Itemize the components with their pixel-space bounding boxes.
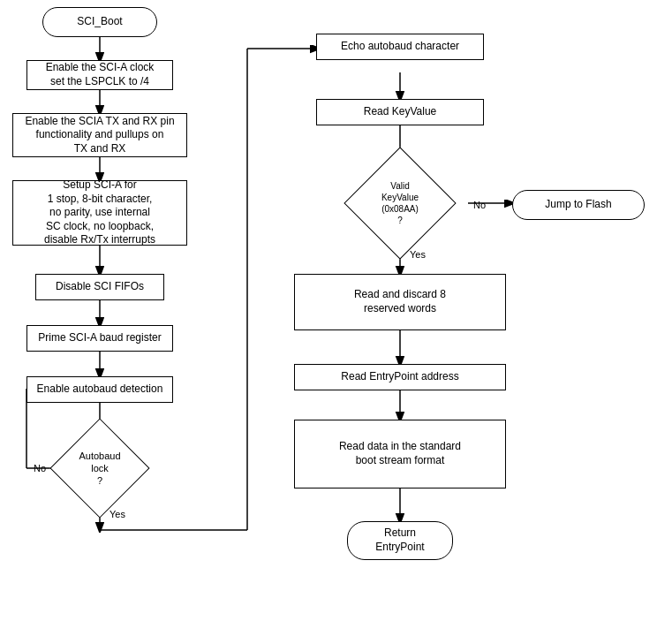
- valid-keyvalue-diamond-container: Valid KeyValue (0x08AA) ?: [360, 163, 440, 243]
- echo-autobaud-label: Echo autobaud character: [341, 40, 459, 54]
- read-entrypoint-label: Read EntryPoint address: [341, 370, 458, 384]
- jump-to-flash-label: Jump to Flash: [545, 198, 611, 212]
- read-data-label: Read data in the standard boot stream fo…: [339, 440, 461, 467]
- enable-pins-label: Enable the SCIA TX and RX pin functional…: [25, 115, 174, 156]
- echo-autobaud-node: Echo autobaud character: [316, 34, 484, 60]
- read-keyvalue-node: Read KeyValue: [316, 99, 484, 125]
- autobaud-diamond-container: Autobaud lock ?: [64, 433, 135, 504]
- jump-to-flash-node: Jump to Flash: [512, 190, 645, 220]
- read-keyvalue-label: Read KeyValue: [364, 105, 437, 119]
- enable-pins-node: Enable the SCIA TX and RX pin functional…: [12, 113, 187, 157]
- disable-fifo-node: Disable SCI FIFOs: [35, 274, 164, 300]
- autobaud-no-label: No: [26, 459, 53, 477]
- enable-clock-node: Enable the SCI-A clock set the LSPCLK to…: [26, 60, 173, 90]
- read-discard-node: Read and discard 8 reserved words: [294, 274, 506, 330]
- valid-keyvalue-diamond-label: Valid KeyValue (0x08AA) ?: [360, 163, 440, 243]
- disable-fifo-label: Disable SCI FIFOs: [56, 280, 144, 294]
- enable-autobaud-node: Enable autobaud detection: [26, 376, 173, 403]
- read-discard-label: Read and discard 8 reserved words: [354, 288, 446, 315]
- flowchart: SCI_Boot Enable the SCI-A clock set the …: [0, 0, 672, 621]
- prime-baud-label: Prime SCI-A baud register: [38, 331, 161, 345]
- sci-boot-label: SCI_Boot: [77, 15, 122, 29]
- setup-scia-node: Setup SCI-A for 1 stop, 8-bit character,…: [12, 180, 187, 246]
- enable-autobaud-label: Enable autobaud detection: [37, 382, 163, 397]
- yes-continues: [88, 574, 115, 592]
- keyvalue-no-label: No: [466, 196, 493, 214]
- keyvalue-yes-label: Yes: [404, 246, 431, 263]
- setup-scia-label: Setup SCI-A for 1 stop, 8-bit character,…: [44, 178, 155, 247]
- enable-clock-label: Enable the SCI-A clock set the LSPCLK to…: [46, 61, 155, 88]
- autobaud-diamond-label: Autobaud lock ?: [64, 433, 135, 504]
- return-entrypoint-node: Return EntryPoint: [347, 521, 453, 560]
- sci-boot-node: SCI_Boot: [42, 7, 157, 37]
- read-data-node: Read data in the standard boot stream fo…: [294, 420, 506, 488]
- prime-baud-node: Prime SCI-A baud register: [26, 325, 173, 352]
- return-entrypoint-label: Return EntryPoint: [375, 526, 424, 554]
- autobaud-yes-label: Yes: [104, 505, 131, 523]
- read-entrypoint-node: Read EntryPoint address: [294, 364, 506, 390]
